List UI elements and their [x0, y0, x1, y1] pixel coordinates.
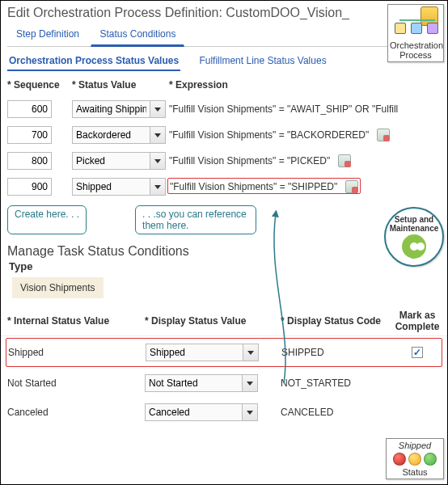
- orchestration-process-badge: Orchestration Process: [387, 4, 444, 62]
- display-status-select[interactable]: [145, 403, 242, 421]
- tab-status-conditions[interactable]: Status Conditions: [91, 24, 184, 47]
- expression-text: "Fulfill Vision Shipments" = "SHIPPED": [170, 181, 337, 192]
- sub-tabs: Orchestration Process Status Values Fulf…: [1, 47, 447, 74]
- status-value-dropdown-button[interactable]: [150, 152, 166, 170]
- reference-here-callout: . . .so you can reference them here.: [135, 205, 256, 234]
- tab-step-definition[interactable]: Step Definition: [7, 24, 88, 44]
- sequence-input[interactable]: [7, 178, 52, 196]
- main-tabs: Step Definition Status Conditions: [7, 23, 441, 47]
- display-status-dropdown-button[interactable]: [242, 403, 258, 421]
- status-row: "Fulfill Vision Shipments" = "AWAIT_SHIP…: [1, 99, 447, 120]
- task-status-row: Shipped SHIPPED: [6, 338, 442, 367]
- status-badge: Shipped Status: [386, 438, 444, 479]
- task-status-row: Not Started NOT_STARTED: [1, 369, 447, 398]
- status-value-dropdown-button[interactable]: [150, 100, 166, 118]
- status-value-select[interactable]: [72, 152, 150, 170]
- display-status-dropdown-button[interactable]: [242, 374, 258, 392]
- sequence-input[interactable]: [7, 126, 52, 144]
- status-value-select[interactable]: [72, 178, 150, 196]
- status-value-select[interactable]: [72, 126, 150, 144]
- subtab-orch-status-values[interactable]: Orchestration Process Status Values: [7, 52, 180, 71]
- task-status-header: Internal Status Value Display Status Val…: [1, 306, 447, 336]
- page-title: Edit Orchestration Process Definition: C…: [7, 6, 441, 20]
- display-status-code: CANCELED: [281, 407, 394, 418]
- expression-text: "Fulfill Vision Shipments" = "BACKORDERE…: [169, 129, 369, 141]
- status-row: "Fulfill Vision Shipments" = "BACKORDERE…: [1, 124, 447, 146]
- status-value-dropdown-button[interactable]: [150, 178, 166, 196]
- display-status-select[interactable]: [145, 374, 242, 392]
- display-status-select[interactable]: [146, 344, 243, 361]
- manage-task-status-title: Manage Task Status Conditions: [1, 241, 447, 260]
- col-display-status: Display Status Value: [145, 315, 281, 327]
- orchestration-badge-label: Orchestration Process: [390, 40, 442, 60]
- subtab-fulfillment-line-status-values[interactable]: Fulfillment Line Status Values: [197, 52, 328, 70]
- task-status-row: Canceled CANCELED: [1, 398, 447, 427]
- col-expression: Expression: [169, 79, 441, 91]
- chevron-down-icon: [247, 411, 253, 415]
- traffic-light-icon: [388, 450, 442, 467]
- expression-builder-icon[interactable]: [377, 129, 390, 141]
- internal-status-value: Not Started: [7, 377, 145, 389]
- display-status-code: NOT_STARTED: [281, 377, 394, 389]
- type-value-chip[interactable]: Vision Shipments: [12, 277, 104, 298]
- orchestration-process-icon: [393, 6, 438, 39]
- expression-text: "Fulfill Vision Shipments" = "AWAIT_SHIP…: [169, 103, 398, 115]
- status-values-header: Sequence Status Value Expression: [1, 74, 447, 94]
- chevron-down-icon: [154, 108, 161, 112]
- mark-complete-checkbox[interactable]: [412, 347, 423, 358]
- status-badge-label: Status: [388, 467, 442, 477]
- display-status-dropdown-button[interactable]: [243, 344, 259, 361]
- col-internal-status: Internal Status Value: [7, 315, 145, 327]
- type-label: Type: [1, 260, 447, 277]
- internal-status-value: Shipped: [8, 347, 146, 358]
- expression-builder-icon[interactable]: [345, 180, 358, 193]
- status-badge-title: Shipped: [388, 441, 442, 450]
- gear-icon: [402, 234, 426, 259]
- status-value-select[interactable]: [72, 100, 150, 118]
- col-sequence: Sequence: [7, 79, 72, 91]
- col-display-code: Display Status Code: [281, 315, 394, 327]
- expression-builder-icon[interactable]: [338, 154, 351, 167]
- create-here-callout: Create here. . .: [7, 205, 87, 234]
- sequence-input[interactable]: [7, 152, 52, 170]
- chevron-down-icon: [154, 159, 161, 163]
- setup-maintenance-badge: Setup and Maintenance: [384, 207, 444, 267]
- chevron-down-icon: [247, 382, 253, 386]
- chevron-down-icon: [154, 133, 161, 137]
- status-value-dropdown-button[interactable]: [150, 126, 166, 144]
- setup-badge-label: Setup and Maintenance: [387, 215, 441, 233]
- chevron-down-icon: [154, 185, 161, 189]
- col-status-value: Status Value: [72, 79, 169, 91]
- internal-status-value: Canceled: [7, 407, 145, 418]
- sequence-input[interactable]: [7, 100, 52, 118]
- status-row: "Fulfill Vision Shipments" = "SHIPPED": [1, 176, 447, 197]
- display-status-code: SHIPPED: [281, 347, 395, 358]
- status-row: "Fulfill Vision Shipments" = "PICKED": [1, 150, 447, 171]
- chevron-down-icon: [247, 351, 254, 355]
- expression-text: "Fulfill Vision Shipments" = "PICKED": [169, 155, 330, 167]
- col-mark-complete: Mark as Complete: [394, 310, 441, 332]
